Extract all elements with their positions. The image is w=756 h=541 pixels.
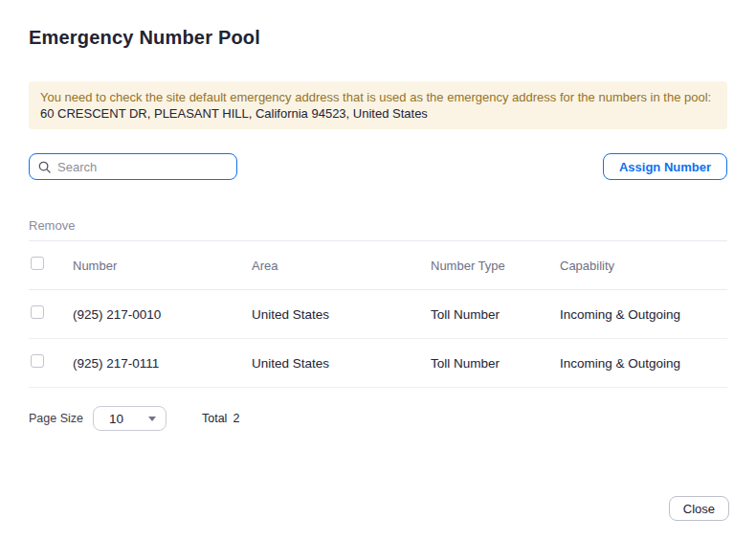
table-header-row: Number Area Number Type Capability: [29, 241, 727, 290]
table-row: (925) 217-0010 United States Toll Number…: [29, 290, 727, 339]
column-header-number-type: Number Type: [431, 259, 560, 273]
cell-number-type: Toll Number: [431, 356, 560, 371]
close-button[interactable]: Close: [669, 496, 729, 521]
cell-number-type: Toll Number: [431, 307, 560, 322]
page-size-label: Page Size: [29, 412, 83, 425]
search-box[interactable]: [29, 153, 237, 180]
table-row: (925) 217-0111 United States Toll Number…: [29, 339, 727, 388]
column-header-capability: Capability: [560, 259, 727, 273]
chevron-down-icon: [148, 417, 156, 421]
cell-capability: Incoming & Outgoing: [560, 356, 727, 371]
notice-address-text: 60 CRESCENT DR, PLEASANT HILL, Californi…: [40, 105, 716, 122]
cell-number: (925) 217-0010: [73, 307, 252, 322]
toolbar: Assign Number: [29, 153, 727, 180]
total-label: Total: [202, 412, 227, 425]
bulk-actions-bar: Remove: [29, 217, 727, 234]
remove-action[interactable]: Remove: [29, 218, 75, 233]
cell-area: United States: [252, 307, 431, 322]
column-header-area: Area: [252, 259, 431, 273]
pagination-bar: Page Size 10 Total2: [29, 406, 727, 431]
select-all-checkbox[interactable]: [31, 257, 44, 270]
assign-number-button[interactable]: Assign Number: [603, 153, 727, 180]
row-select-cell: [29, 305, 73, 323]
search-input[interactable]: [57, 160, 228, 174]
cell-capability: Incoming & Outgoing: [560, 307, 727, 322]
search-icon: [38, 161, 51, 173]
column-header-number: Number: [73, 259, 252, 273]
total-summary: Total2: [202, 412, 239, 425]
select-all-cell: [29, 257, 73, 274]
emergency-number-pool-dialog: Emergency Number Pool You need to check …: [0, 0, 756, 541]
row-checkbox[interactable]: [31, 305, 44, 319]
page-size-value: 10: [109, 412, 123, 426]
notice-banner: You need to check the site default emerg…: [29, 81, 727, 129]
row-select-cell: [29, 354, 73, 372]
page-size-select[interactable]: 10: [93, 406, 167, 431]
page-title: Emergency Number Pool: [29, 25, 727, 50]
total-count: 2: [233, 412, 239, 425]
cell-number: (925) 217-0111: [73, 356, 252, 371]
row-checkbox[interactable]: [31, 354, 44, 368]
notice-warning-text: You need to check the site default emerg…: [40, 89, 716, 105]
cell-area: United States: [252, 356, 431, 371]
